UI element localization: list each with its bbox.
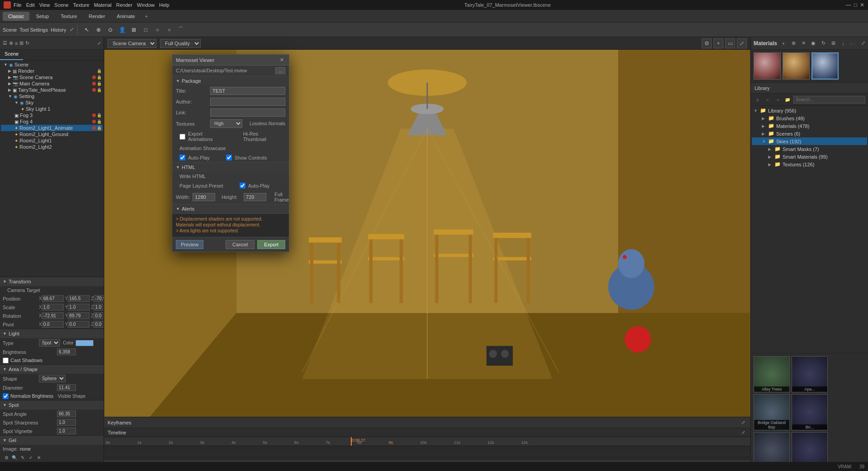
material-thumb-1[interactable] (754, 52, 781, 80)
light-header[interactable]: ▼ Light (0, 329, 104, 338)
lib-home-btn[interactable]: ⌂ (754, 95, 762, 104)
spot-sharpness-input[interactable] (57, 419, 76, 426)
header-icon-2[interactable]: ⊕ (9, 40, 13, 46)
position-y-input[interactable] (68, 295, 90, 302)
mat-add-btn[interactable]: + (779, 39, 788, 48)
add-icon[interactable]: + (713, 38, 723, 48)
pivot-x-input[interactable] (42, 321, 64, 328)
panel-expand-btn[interactable]: ⤢ (861, 40, 865, 46)
transform-header[interactable]: ▼ Transform (0, 277, 104, 286)
mat-refresh-btn[interactable]: ◉ (809, 39, 818, 48)
timeline-expand-btn[interactable]: ⤢ (740, 429, 747, 436)
keyframes-expand-btn[interactable]: ⤢ (740, 419, 747, 426)
minimize-btn[interactable]: — (846, 2, 851, 8)
lib-forward-btn[interactable]: → (774, 95, 782, 104)
lib-item-brushes[interactable]: ▶ 📁 Brushes (48) (752, 114, 867, 122)
textures-select[interactable]: High Medium Low (210, 119, 242, 128)
cast-shadows-checkbox[interactable] (3, 358, 9, 363)
position-z-input[interactable] (94, 295, 104, 302)
material-thumb-3[interactable] (811, 52, 839, 80)
alerts-header[interactable]: ▼ Alerts (172, 204, 289, 213)
lib-item-smart-materials[interactable]: ▶ 📁 Smart Materials (99) (752, 153, 867, 160)
tab-scene[interactable]: Scene (0, 50, 23, 60)
person-tool[interactable]: 👤 (117, 24, 127, 35)
type-select[interactable]: Spot (39, 339, 60, 347)
mat-delete-btn[interactable]: ✕ (799, 39, 808, 48)
color-swatch[interactable] (75, 340, 94, 346)
tree-item-scene[interactable]: ▼ ◉ Scene (1, 61, 103, 68)
menu-scene[interactable]: Scene (54, 2, 68, 8)
position-x-input[interactable] (42, 295, 64, 302)
maximize-btn[interactable]: □ (854, 2, 857, 8)
tree-item-sky[interactable]: ▼ ◉ Sky (1, 99, 103, 106)
cancel-button[interactable]: Cancel (226, 240, 255, 249)
spot-vignette-input[interactable] (57, 428, 76, 434)
modal-close-btn[interactable]: ✕ (278, 57, 285, 64)
lib-folder-btn[interactable]: 📁 (783, 95, 792, 104)
gel-edit-icon[interactable]: ✎ (19, 454, 26, 461)
tab-classic[interactable]: Classic (3, 12, 29, 21)
export-anim-checkbox[interactable] (179, 134, 185, 140)
curve-tool[interactable]: ⌒ (175, 24, 186, 35)
tab-animate[interactable]: Animate (111, 12, 140, 21)
rotation-y-input[interactable] (68, 312, 90, 319)
lib-thumb-bri[interactable]: Bri... (792, 394, 828, 430)
box-tool[interactable]: ⊠ (128, 24, 139, 35)
header-icon-5[interactable]: ↻ (25, 40, 29, 46)
scale-y-input[interactable] (68, 304, 90, 311)
select-tool[interactable]: ↖ (81, 24, 92, 35)
menu-view[interactable]: View (39, 2, 50, 8)
tree-item-fog4[interactable]: ▣ Fog 4 🔒 (1, 118, 103, 125)
settings-icon[interactable]: ⚙ (702, 38, 712, 48)
tree-item-sky-light[interactable]: ✦ Sky Light 1 (1, 106, 103, 112)
lib-item-skies[interactable]: ▼ 📁 Skies (192) (752, 137, 867, 145)
menu-window[interactable]: Window (137, 2, 155, 8)
header-icon-1[interactable]: ☰ (3, 40, 7, 46)
quality-select[interactable]: Full Quality Normal Draft (160, 39, 201, 48)
tab-plus[interactable]: + (142, 12, 151, 21)
lib-thumb-apa[interactable]: Apa... (792, 356, 828, 392)
tab-texture[interactable]: Texture (55, 12, 82, 21)
material-thumb-2[interactable] (783, 52, 810, 80)
spot-angle-input[interactable] (57, 410, 76, 417)
tree-item-setting[interactable]: ▼ ◉ Setting (1, 93, 103, 99)
auto-play-checkbox[interactable] (179, 155, 185, 160)
pivot-z-input[interactable] (94, 321, 104, 328)
scale-z-input[interactable] (94, 304, 104, 311)
export-button[interactable]: Export (257, 240, 285, 249)
lib-item-root[interactable]: ▼ 📁 Library (956) (752, 107, 867, 114)
tree-item-room2-light1-animate[interactable]: ✦ Room2_Light1_Animate 🔒 (1, 125, 103, 131)
gel-x-icon[interactable]: ✕ (35, 454, 42, 461)
tree-item-tairytale[interactable]: ▶ ▣ TairyTale_NextPlease 🔒 (1, 87, 103, 93)
move-tool[interactable]: ⊕ (93, 24, 104, 35)
lib-item-textures[interactable]: ▶ 📁 Textures (126) (752, 160, 867, 168)
menu-material[interactable]: Material (94, 2, 112, 8)
tree-item-render[interactable]: ▶ ▦ Render 🔒 (1, 68, 103, 74)
panel-expand-icon[interactable]: ⤢ (97, 41, 101, 46)
link-input[interactable] (210, 108, 285, 117)
lib-item-smart-masks[interactable]: ▶ 📁 Smart Masks (7) (752, 145, 867, 153)
spot-header[interactable]: ▼ Spot (0, 400, 104, 410)
rotation-x-input[interactable] (42, 312, 64, 319)
header-icon-3[interactable]: ≡ (15, 41, 18, 46)
tree-item-room2-light2[interactable]: ✦ Room2_Light2 (1, 144, 103, 150)
gel-check-icon[interactable]: ✓ (27, 454, 34, 461)
brightness-input[interactable] (57, 349, 76, 355)
author-input[interactable] (210, 98, 285, 106)
title-input[interactable] (210, 87, 285, 95)
header-icon-4[interactable]: ⊞ (19, 40, 24, 46)
menu-render[interactable]: Render (116, 2, 132, 8)
mat-grid-btn[interactable]: ⊞ (829, 39, 838, 48)
tree-item-scene-camera[interactable]: ▶ 📷 Scene Camera 🔒 (1, 74, 103, 80)
mat-export-btn[interactable]: ↓ (839, 39, 848, 48)
tree-item-room2-light1[interactable]: ✦ Room2_Light1 (1, 137, 103, 144)
package-header[interactable]: ▼ Package (172, 76, 289, 85)
shape-select[interactable]: Sphere (39, 375, 66, 382)
html-auto-play-checkbox[interactable] (240, 183, 245, 188)
expand-icon[interactable]: ⤢ (70, 27, 74, 33)
circle-tool[interactable]: ○ (152, 24, 163, 35)
tree-item-room2-light-ground[interactable]: ✦ Room2_Light_Ground (1, 131, 103, 137)
tree-item-fog3[interactable]: ▣ Fog 3 🔒 (1, 112, 103, 118)
tree-item-main-camera[interactable]: ▶ 📷 Main Camera 🔒 (1, 80, 103, 87)
normalize-checkbox[interactable] (3, 393, 9, 399)
